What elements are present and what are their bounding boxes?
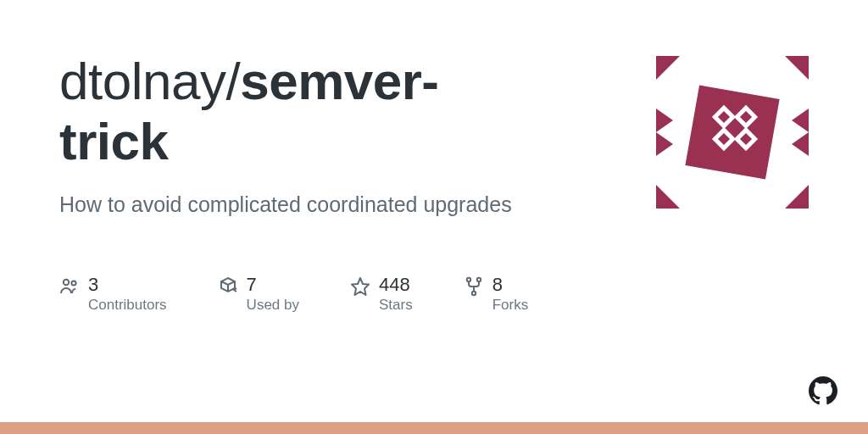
- stat-contributors[interactable]: 3 Contributors: [59, 275, 167, 314]
- repo-separator: /: [225, 52, 240, 110]
- owner-avatar[interactable]: [656, 56, 809, 209]
- repo-title[interactable]: dtolnay/semver-trick: [59, 51, 656, 172]
- github-logo-icon: [809, 376, 837, 405]
- stat-used-by[interactable]: 7 Used by: [218, 275, 299, 314]
- stat-forks-label: Forks: [492, 297, 529, 314]
- star-icon: [350, 276, 370, 297]
- repo-description: How to avoid complicated coordinated upg…: [59, 192, 656, 217]
- stat-usedby-label: Used by: [247, 297, 299, 314]
- stats-row: 3 Contributors 7 Used by: [59, 275, 656, 314]
- stat-contributors-label: Contributors: [88, 297, 167, 314]
- svg-point-1: [71, 281, 75, 285]
- svg-marker-17: [656, 185, 680, 209]
- svg-point-4: [476, 277, 480, 281]
- svg-marker-20: [656, 132, 673, 156]
- fork-icon: [464, 276, 484, 297]
- svg-marker-15: [656, 56, 680, 80]
- repo-name-part1: semver: [240, 52, 421, 110]
- svg-marker-22: [792, 132, 809, 156]
- svg-rect-6: [685, 85, 779, 179]
- stat-usedby-value: 7: [247, 275, 299, 295]
- svg-point-0: [64, 279, 69, 284]
- svg-marker-18: [785, 185, 809, 209]
- package-dependents-icon: [218, 276, 238, 297]
- svg-marker-2: [352, 278, 369, 295]
- svg-marker-19: [656, 108, 673, 132]
- svg-marker-16: [785, 56, 809, 80]
- repo-name-hyphen: -: [421, 52, 438, 110]
- stat-forks[interactable]: 8 Forks: [464, 275, 529, 314]
- stat-stars[interactable]: 448 Stars: [350, 275, 413, 314]
- stat-stars-value: 448: [379, 275, 413, 295]
- stat-forks-value: 8: [492, 275, 529, 295]
- svg-point-5: [471, 291, 475, 294]
- stat-stars-label: Stars: [379, 297, 413, 314]
- svg-marker-21: [792, 108, 809, 132]
- people-icon: [59, 276, 80, 297]
- svg-point-3: [466, 277, 470, 281]
- repo-name-part2: trick: [59, 112, 168, 170]
- stat-contributors-value: 3: [88, 275, 167, 295]
- language-bar: [0, 422, 868, 434]
- repo-owner: dtolnay: [59, 52, 225, 110]
- language-segment: [0, 422, 868, 434]
